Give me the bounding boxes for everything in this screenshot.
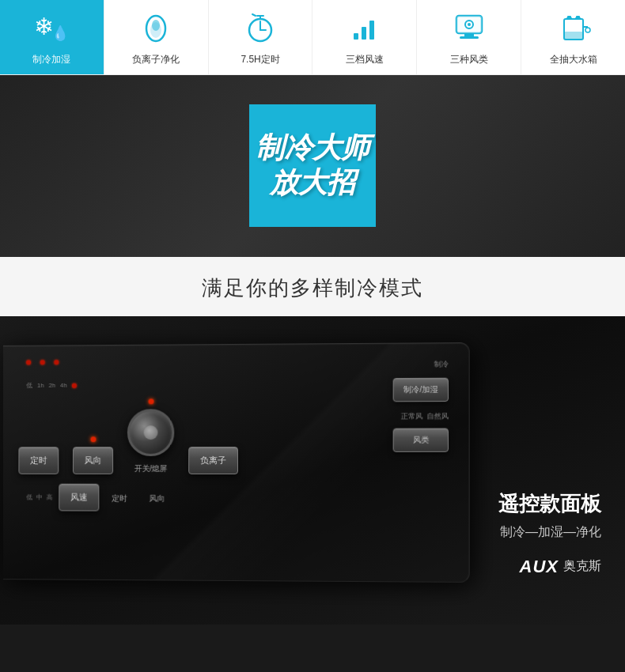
brand-logo: AUX 奥克斯 <box>498 557 601 577</box>
svg-point-4 <box>152 20 160 31</box>
brand-aux: AUX <box>520 557 559 577</box>
svg-rect-12 <box>460 36 479 39</box>
knob-center <box>144 425 158 440</box>
anion-icon <box>138 9 173 49</box>
timer-icon <box>243 9 278 49</box>
panel-section: 低 1h 2h 4h 定时 风向 <box>0 316 625 625</box>
cool-status: 制冷 <box>393 359 449 370</box>
board-content: 低 1h 2h 4h 定时 风向 <box>18 379 453 569</box>
side-buttons-group: 制冷 制冷/加湿 正常风 自然风 风类 <box>393 359 449 451</box>
subtitle-section: 满足你的多样制冷模式 <box>0 257 625 316</box>
panel-subtitle: 制冷—加湿—净化 <box>498 524 601 541</box>
power-led <box>148 398 153 404</box>
svg-rect-7 <box>362 27 366 40</box>
features-bar: ❄ 💧 制冷加湿 负离子净化 7.5H定时 <box>0 0 625 75</box>
feature-timer-label: 7.5H定时 <box>241 54 279 66</box>
anion-button[interactable]: 负离子 <box>188 447 238 474</box>
feature-wind-type[interactable]: 三种风类 <box>417 0 521 74</box>
wind-speed-button[interactable]: 风速 <box>59 483 99 511</box>
feature-anion-purify[interactable]: 负离子净化 <box>104 0 209 74</box>
feature-water-tank-label: 全抽大水箱 <box>550 54 597 66</box>
feature-water-tank[interactable]: 全抽大水箱 <box>521 0 625 74</box>
speed-mid: 中 <box>36 493 43 501</box>
timer-group: 定时 <box>18 447 59 474</box>
wind-dir-group: 风向 <box>73 436 113 474</box>
cool-humid-button[interactable]: 制冷/加湿 <box>393 377 449 402</box>
wind-type-button[interactable]: 风类 <box>393 428 449 451</box>
feature-wind-speed[interactable]: 三档风速 <box>312 0 417 74</box>
svg-rect-6 <box>354 33 358 40</box>
wind-dir-label: 风向 <box>150 493 165 504</box>
speed-leds: 低 中 高 <box>26 493 52 501</box>
led-2 <box>40 360 45 364</box>
led-3 <box>54 360 59 364</box>
feature-timer[interactable]: 7.5H定时 <box>209 0 313 74</box>
timer-label: 定时 <box>112 493 127 504</box>
board-row-1: 低 1h 2h 4h <box>26 379 453 389</box>
feature-wind-type-label: 三种风类 <box>450 54 488 66</box>
timer-button[interactable]: 定时 <box>18 447 59 474</box>
timer-low-label: 低 <box>26 381 32 390</box>
wind-dir-button[interactable]: 风向 <box>73 447 113 474</box>
hero-line1: 制冷大师 <box>256 131 369 165</box>
feature-cooling-humidify[interactable]: ❄ 💧 制冷加湿 <box>0 0 104 74</box>
timer-led-active <box>72 383 77 387</box>
wind-dir-led <box>90 436 96 442</box>
svg-rect-22 <box>564 32 583 40</box>
svg-text:💧: 💧 <box>51 25 69 42</box>
hero-section: 制冷大师 放大招 <box>0 75 625 257</box>
top-leds-row <box>26 360 59 364</box>
svg-point-24 <box>585 28 590 32</box>
anion-group: 负离子 <box>188 447 238 474</box>
svg-rect-8 <box>369 21 374 40</box>
power-group: 开关/熄屏 <box>127 398 174 474</box>
power-label: 开关/熄屏 <box>134 463 167 474</box>
feature-wind-speed-label: 三档风速 <box>346 54 384 66</box>
hero-blue-box: 制冷大师 放大招 <box>249 104 376 227</box>
right-info-panel: 遥控款面板 制冷—加湿—净化 AUX 奥克斯 <box>498 490 601 577</box>
svg-point-14 <box>468 23 471 26</box>
speed-high: 高 <box>47 493 53 501</box>
control-board-wrapper: 低 1h 2h 4h 定时 风向 <box>0 344 467 581</box>
subtitle-text: 满足你的多样制冷模式 <box>16 274 609 302</box>
led-1 <box>26 360 31 364</box>
board-row-3: 低 中 高 风速 定时 风向 <box>26 483 453 512</box>
cooling-humidify-icon: ❄ 💧 <box>34 9 69 49</box>
feature-anion-label: 负离子净化 <box>132 54 180 66</box>
speed-low: 低 <box>26 493 32 501</box>
wind-status: 正常风 自然风 <box>393 411 449 421</box>
timer-1h-label: 1h <box>37 382 44 389</box>
panel-title: 遥控款面板 <box>498 490 601 518</box>
board-row-2: 定时 风向 开关/熄屏 <box>18 398 453 474</box>
timer-4h-label: 4h <box>60 382 67 389</box>
timer-2h-label: 2h <box>48 382 55 389</box>
hero-line2: 放大招 <box>270 166 355 200</box>
power-knob[interactable] <box>127 409 174 456</box>
water-tank-icon <box>556 9 591 49</box>
brand-cn: 奥克斯 <box>563 558 601 575</box>
svg-rect-11 <box>464 33 474 36</box>
control-board-surface: 低 1h 2h 4h 定时 风向 <box>3 342 470 583</box>
wind-speed-icon <box>347 9 382 49</box>
feature-cooling-humidify-label: 制冷加湿 <box>32 54 70 66</box>
wind-type-icon <box>452 9 487 49</box>
